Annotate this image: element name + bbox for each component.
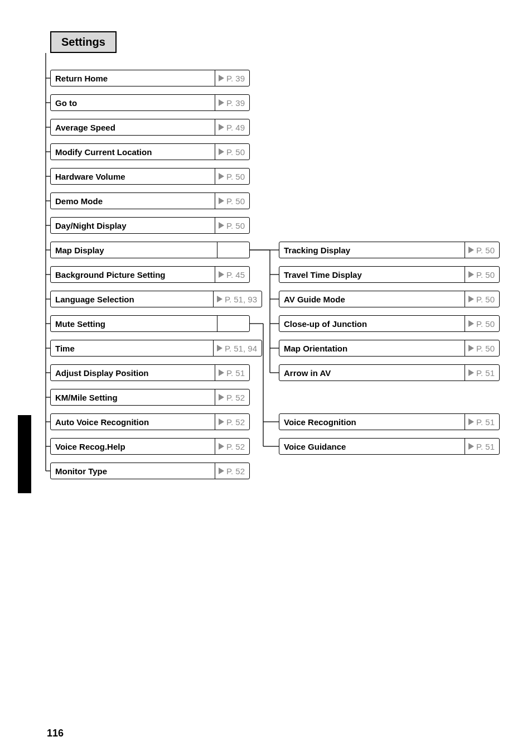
svg-marker-39 xyxy=(217,345,223,351)
page-ref-text: P. 52 xyxy=(226,393,245,402)
page-ref-text: P. 51 xyxy=(226,368,245,378)
tree-item-label: Map Orientation xyxy=(279,340,465,356)
svg-marker-33 xyxy=(219,148,224,155)
tree-item[interactable]: Close-up of JunctionP. 50 xyxy=(279,315,500,332)
tree-item-label: Voice Recognition xyxy=(279,414,465,430)
tree-item-label: Return Home xyxy=(51,70,215,86)
page-ref[interactable]: P. 49 xyxy=(215,119,249,135)
page-ref-arrow-icon xyxy=(468,345,474,351)
page-ref[interactable]: P. 50 xyxy=(465,242,499,258)
page-ref[interactable]: P. 50 xyxy=(465,267,499,282)
svg-marker-44 xyxy=(219,468,224,474)
tree-item[interactable]: Adjust Display PositionP. 51 xyxy=(50,364,250,381)
tree-item[interactable]: Monitor TypeP. 52 xyxy=(50,463,250,479)
page-ref-text: P. 51 xyxy=(476,368,495,378)
page-ref-text: P. 50 xyxy=(476,344,495,353)
page-ref[interactable]: P. 50 xyxy=(215,193,249,209)
svg-marker-38 xyxy=(217,296,223,302)
page-ref[interactable]: P. 50 xyxy=(465,291,499,307)
page-ref[interactable]: P. 51, 94 xyxy=(213,340,262,356)
tree-item[interactable]: Voice RecognitionP. 51 xyxy=(279,413,500,430)
tree-item[interactable]: Map Display xyxy=(50,242,250,258)
page-ref-empty xyxy=(217,316,249,331)
page-ref-arrow-icon xyxy=(219,271,224,278)
tree-item-label: Monitor Type xyxy=(51,463,215,479)
page-ref[interactable]: P. 50 xyxy=(215,218,249,233)
tree-item-label: KM/Mile Setting xyxy=(51,389,215,405)
tree-item[interactable]: Voice Recog.HelpP. 52 xyxy=(50,438,250,455)
tree-item[interactable]: Go toP. 39 xyxy=(50,94,250,111)
page-ref[interactable]: P. 52 xyxy=(215,439,249,454)
tree-item[interactable]: Tracking DisplayP. 50 xyxy=(279,242,500,258)
page-ref-text: P. 52 xyxy=(226,442,245,451)
page-number: 116 xyxy=(47,728,64,739)
page-ref-arrow-icon xyxy=(219,443,224,450)
svg-marker-51 xyxy=(468,418,474,425)
tree-item-label: Time xyxy=(51,340,213,356)
tree-item[interactable]: AV Guide ModeP. 50 xyxy=(279,291,500,307)
tree-item[interactable]: Voice GuidanceP. 51 xyxy=(279,438,500,455)
page-ref-text: P. 51 xyxy=(476,417,495,427)
svg-marker-30 xyxy=(219,75,224,81)
page-ref[interactable]: P. 52 xyxy=(215,463,249,479)
page-ref-text: P. 49 xyxy=(226,123,245,132)
tree-item[interactable]: Modify Current LocationP. 50 xyxy=(50,143,250,160)
section-heading: Settings xyxy=(50,31,117,53)
svg-marker-47 xyxy=(468,296,474,302)
tree-item[interactable]: Day/Night DisplayP. 50 xyxy=(50,217,250,234)
svg-marker-36 xyxy=(219,222,224,229)
tree-item[interactable]: Background Picture SettingP. 45 xyxy=(50,266,250,283)
page-ref[interactable]: P. 50 xyxy=(465,340,499,356)
page-ref-arrow-icon xyxy=(219,198,224,204)
tree-item-label: Arrow in AV xyxy=(279,365,465,381)
tree-item[interactable]: Demo ModeP. 50 xyxy=(50,192,250,209)
tree-item[interactable]: TimeP. 51, 94 xyxy=(50,340,262,357)
tree-item-label: Day/Night Display xyxy=(51,218,215,233)
page-ref[interactable]: P. 51 xyxy=(215,365,249,381)
svg-marker-50 xyxy=(468,369,474,376)
tree-item[interactable]: Return HomeP. 39 xyxy=(50,70,250,86)
tree-item[interactable]: Auto Voice RecognitionP. 52 xyxy=(50,413,250,430)
svg-marker-45 xyxy=(468,247,474,253)
tree-item[interactable]: Mute Setting xyxy=(50,315,250,332)
svg-marker-31 xyxy=(219,99,224,106)
page-ref[interactable]: P. 52 xyxy=(215,389,249,405)
page-ref[interactable]: P. 51 xyxy=(465,439,499,454)
page-ref-arrow-icon xyxy=(219,99,224,106)
tree-item-label: Adjust Display Position xyxy=(51,365,215,381)
tree-item[interactable]: Travel Time DisplayP. 50 xyxy=(279,266,500,283)
page-ref[interactable]: P. 50 xyxy=(215,168,249,184)
page-ref-text: P. 51, 93 xyxy=(225,295,257,304)
page-ref[interactable]: P. 52 xyxy=(215,414,249,430)
tree-item[interactable]: Language SelectionP. 51, 93 xyxy=(50,291,262,307)
tree-item[interactable]: KM/Mile SettingP. 52 xyxy=(50,389,250,406)
page-ref-arrow-icon xyxy=(219,394,224,401)
tree-item[interactable]: Map OrientationP. 50 xyxy=(279,340,500,357)
page-ref-text: P. 50 xyxy=(476,245,495,255)
tree-item-label: Average Speed xyxy=(51,119,215,135)
page-ref-arrow-icon xyxy=(468,247,474,253)
svg-marker-48 xyxy=(468,320,474,327)
side-label: Appendix xyxy=(20,416,29,452)
page-ref[interactable]: P. 51 xyxy=(465,365,499,381)
page-ref[interactable]: P. 45 xyxy=(215,267,249,282)
page-ref[interactable]: P. 39 xyxy=(215,95,249,110)
svg-marker-46 xyxy=(468,271,474,278)
page-ref-text: P. 50 xyxy=(476,319,495,329)
svg-marker-37 xyxy=(219,271,224,278)
tree-item[interactable]: Average SpeedP. 49 xyxy=(50,119,250,136)
tree-item-label: AV Guide Mode xyxy=(279,291,465,307)
page-ref-arrow-icon xyxy=(468,443,474,450)
page-ref[interactable]: P. 39 xyxy=(215,70,249,86)
page-ref[interactable]: P. 50 xyxy=(215,144,249,160)
page-ref[interactable]: P. 51, 93 xyxy=(213,291,262,307)
tree-item-label: Go to xyxy=(51,95,215,110)
tree-item[interactable]: Arrow in AVP. 51 xyxy=(279,364,500,381)
page-ref-empty xyxy=(217,242,249,258)
page-ref[interactable]: P. 50 xyxy=(465,316,499,331)
page-ref-arrow-icon xyxy=(468,418,474,425)
tree-item[interactable]: Hardware VolumeP. 50 xyxy=(50,168,250,185)
svg-marker-52 xyxy=(468,443,474,450)
page-ref[interactable]: P. 51 xyxy=(465,414,499,430)
page-ref-arrow-icon xyxy=(219,468,224,474)
